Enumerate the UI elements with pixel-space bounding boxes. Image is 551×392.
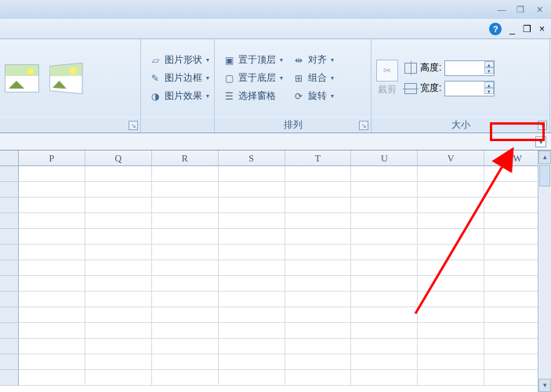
cell[interactable] <box>285 245 352 260</box>
cell[interactable] <box>285 260 352 276</box>
cell[interactable] <box>85 354 152 370</box>
cell[interactable] <box>152 323 219 339</box>
height-spin-down[interactable]: ▾ <box>484 67 494 74</box>
row-header[interactable] <box>0 182 19 198</box>
cell[interactable] <box>418 354 484 370</box>
cell[interactable] <box>351 260 418 276</box>
picture-effects-button[interactable]: ◑ 图片效果 ▾ <box>146 88 212 104</box>
cell[interactable] <box>152 229 219 245</box>
cell[interactable] <box>351 292 418 307</box>
group-button[interactable]: ⊞ 组合 ▾ <box>289 70 337 86</box>
crop-button[interactable]: ✂ 裁剪 <box>376 60 398 96</box>
cell[interactable] <box>85 292 152 307</box>
vertical-scrollbar[interactable]: ▴ ▾ <box>538 151 551 392</box>
cell[interactable] <box>152 307 219 323</box>
cell[interactable] <box>152 339 219 354</box>
cell[interactable] <box>19 182 85 198</box>
cell[interactable] <box>418 370 484 386</box>
cell[interactable] <box>418 198 484 213</box>
cell[interactable] <box>219 354 285 370</box>
select-all-corner[interactable] <box>0 151 19 165</box>
cell[interactable] <box>285 198 352 213</box>
align-button[interactable]: ⇹ 对齐 ▾ <box>289 52 337 68</box>
cell[interactable] <box>219 307 285 323</box>
cell[interactable] <box>285 323 352 339</box>
row-header[interactable] <box>0 307 19 323</box>
cell[interactable] <box>351 339 418 354</box>
cell[interactable] <box>418 260 484 276</box>
cell[interactable] <box>152 260 219 276</box>
scroll-down-button[interactable]: ▾ <box>538 379 551 392</box>
cell[interactable] <box>19 213 85 229</box>
scroll-thumb[interactable] <box>539 165 550 187</box>
picture-border-button[interactable]: ✎ 图片边框 ▾ <box>146 70 212 86</box>
scroll-up-button[interactable]: ▴ <box>538 151 551 164</box>
column-header[interactable]: R <box>152 151 219 165</box>
width-spin-up[interactable]: ▴ <box>484 82 494 88</box>
width-spin-down[interactable]: ▾ <box>484 88 494 94</box>
send-to-back-button[interactable]: ▢ 置于底层 ▾ <box>219 70 286 86</box>
cell[interactable] <box>152 182 219 198</box>
cell[interactable] <box>351 245 418 260</box>
cell[interactable] <box>152 198 219 213</box>
cell[interactable] <box>351 370 418 386</box>
cell[interactable] <box>85 370 152 386</box>
cell[interactable] <box>351 198 418 213</box>
cell[interactable] <box>351 354 418 370</box>
cell[interactable] <box>285 182 352 198</box>
cell[interactable] <box>285 276 352 292</box>
cell[interactable] <box>285 339 352 354</box>
cell[interactable] <box>351 323 418 339</box>
row-header[interactable] <box>0 339 19 354</box>
cell[interactable] <box>219 245 285 260</box>
cell[interactable] <box>351 213 418 229</box>
cell[interactable] <box>19 370 85 386</box>
column-header[interactable]: V <box>418 151 484 165</box>
cell[interactable] <box>152 354 219 370</box>
bring-to-front-button[interactable]: ▣ 置于顶层 ▾ <box>219 52 286 68</box>
picture-style-preset-1[interactable] <box>5 64 39 93</box>
cell[interactable] <box>285 213 352 229</box>
close-button[interactable]: ✕ <box>532 3 546 16</box>
cell[interactable] <box>219 276 285 292</box>
picture-shape-button[interactable]: ▱ 图片形状 ▾ <box>146 52 212 68</box>
cell[interactable] <box>219 339 285 354</box>
cell[interactable] <box>351 229 418 245</box>
cell[interactable] <box>351 276 418 292</box>
cell[interactable] <box>19 339 85 354</box>
cell[interactable] <box>418 245 484 260</box>
cell[interactable] <box>285 370 352 386</box>
cell[interactable] <box>418 307 484 323</box>
cell[interactable] <box>418 276 484 292</box>
cell[interactable] <box>85 198 152 213</box>
row-header[interactable] <box>0 213 19 229</box>
row-header[interactable] <box>0 245 19 260</box>
cell[interactable] <box>418 229 484 245</box>
cell[interactable] <box>418 339 484 354</box>
cell[interactable] <box>418 292 484 307</box>
ribbon-close-button[interactable]: × <box>539 24 545 34</box>
cell[interactable] <box>152 276 219 292</box>
row-header[interactable] <box>0 229 19 245</box>
row-header[interactable] <box>0 370 19 386</box>
cell[interactable] <box>219 213 285 229</box>
cell[interactable] <box>19 260 85 276</box>
cell[interactable] <box>19 307 85 323</box>
cell[interactable] <box>418 182 484 198</box>
cell[interactable] <box>19 323 85 339</box>
cell[interactable] <box>219 292 285 307</box>
cell[interactable] <box>285 354 352 370</box>
row-header[interactable] <box>0 276 19 292</box>
cell[interactable] <box>152 370 219 386</box>
column-header[interactable]: Q <box>85 151 152 165</box>
rotate-button[interactable]: ⟳ 旋转 ▾ <box>289 88 337 104</box>
ribbon-minimize-button[interactable]: _ <box>509 24 515 34</box>
cell[interactable] <box>285 292 352 307</box>
row-header[interactable] <box>0 323 19 339</box>
arrange-dialog-launcher[interactable]: ↘ <box>359 121 368 130</box>
cell[interactable] <box>19 276 85 292</box>
cell[interactable] <box>351 166 418 182</box>
ribbon-restore-button[interactable]: ❐ <box>523 24 531 34</box>
cell[interactable] <box>219 198 285 213</box>
row-header[interactable] <box>0 166 19 182</box>
